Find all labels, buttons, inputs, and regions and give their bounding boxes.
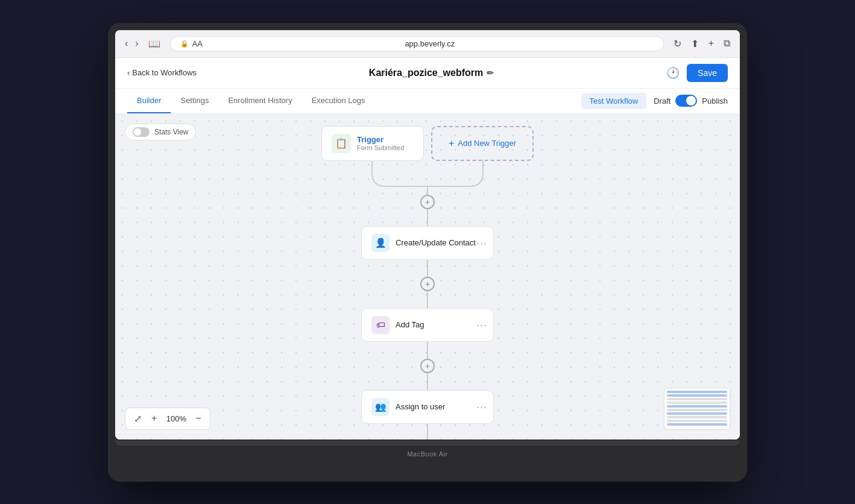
- app-header: ‹ Back to Workflows Kariéra_pozice_webfo…: [115, 58, 740, 89]
- mini-map-line-1: [667, 391, 727, 393]
- add-tag-title: Add Tag: [396, 320, 424, 329]
- browser-icons-right: ↻ ⬆ + ⧉: [674, 38, 730, 49]
- mini-map-line-7: [667, 412, 727, 415]
- browser-icons-left: 📖: [148, 38, 160, 49]
- create-contact-title: Create/Update Contact: [396, 238, 476, 247]
- add-tag-icon: 🏷: [371, 316, 390, 334]
- back-browser-icon[interactable]: ‹: [125, 38, 128, 49]
- create-contact-icon: 👤: [371, 234, 390, 252]
- mini-map: [664, 388, 730, 430]
- trigger-info: Trigger Form Submitted: [357, 135, 404, 151]
- mini-map-line-9: [667, 420, 727, 422]
- create-update-contact-node[interactable]: 👤 Create/Update Contact ···: [361, 226, 494, 260]
- trigger-row: 📋 Trigger Form Submitted + Add New Trigg…: [277, 126, 578, 161]
- draft-label: Draft: [654, 96, 670, 106]
- workflow-title: Kariéra_pozice_webform ✏: [197, 68, 666, 78]
- stats-view-toggle[interactable]: Stats View: [125, 124, 196, 140]
- tabs-icon[interactable]: ⧉: [724, 38, 730, 49]
- mini-map-line-4: [667, 402, 727, 404]
- connector-2: [427, 260, 428, 277]
- bookmarks-icon[interactable]: 📖: [148, 38, 160, 49]
- fullscreen-button[interactable]: ⤢: [131, 412, 144, 426]
- mini-map-line-2: [667, 394, 727, 397]
- trigger-icon: 📋: [332, 134, 351, 153]
- url-text: app.beverly.cz: [206, 39, 654, 48]
- aa-label: AA: [192, 39, 203, 48]
- zoom-out-button[interactable]: −: [193, 412, 203, 425]
- assign-user-menu-icon[interactable]: ···: [476, 400, 487, 413]
- tab-enrollment[interactable]: Enrollment History: [218, 89, 301, 113]
- canvas-controls: ⤢ + 100% −: [125, 408, 210, 430]
- add-step-3[interactable]: +: [420, 359, 435, 373]
- laptop-label: MacBook Air: [115, 450, 740, 458]
- tab-bar: Builder Settings Enrollment History Exec…: [115, 89, 740, 114]
- refresh-icon[interactable]: ↻: [674, 38, 681, 49]
- share-icon[interactable]: ⬆: [691, 38, 699, 49]
- connector-5: [427, 373, 428, 390]
- add-trigger-node[interactable]: + Add New Trigger: [431, 126, 534, 161]
- add-step-2[interactable]: +: [420, 277, 435, 291]
- save-button[interactable]: Save: [687, 64, 728, 82]
- mini-map-line-6: [667, 409, 727, 411]
- add-tag-menu-icon[interactable]: ···: [476, 318, 487, 331]
- edit-title-icon[interactable]: ✏: [487, 68, 494, 78]
- workflow-nodes: 📋 Trigger Form Submitted + Add New Trigg…: [277, 126, 578, 439]
- address-bar[interactable]: 🔒 AA app.beverly.cz: [170, 36, 664, 51]
- stats-view-label: Stats View: [154, 128, 188, 136]
- add-step-after-trigger[interactable]: +: [420, 195, 435, 209]
- back-link-label: Back to Workflows: [132, 68, 197, 77]
- tab-settings[interactable]: Settings: [171, 89, 218, 113]
- trigger-node[interactable]: 📋 Trigger Form Submitted: [321, 126, 424, 161]
- test-workflow-button[interactable]: Test Workflow: [581, 93, 647, 109]
- lock-icon: 🔒: [180, 40, 189, 48]
- connector-6: [427, 424, 428, 439]
- assign-user-node[interactable]: 👥 Assign to user ···: [361, 390, 494, 424]
- zoom-in-button[interactable]: +: [149, 412, 159, 425]
- stats-toggle-switch[interactable]: [133, 127, 150, 137]
- publish-label: Publish: [702, 96, 728, 106]
- assign-user-title: Assign to user: [396, 402, 445, 411]
- tab-execution[interactable]: Execution Logs: [302, 89, 375, 113]
- browser-nav: ‹ ›: [125, 38, 139, 49]
- tab-builder[interactable]: Builder: [127, 89, 171, 113]
- trigger-connector: [319, 161, 536, 195]
- create-contact-menu-icon[interactable]: ···: [476, 236, 487, 249]
- draft-toggle: Draft Publish: [654, 95, 728, 107]
- mini-map-line-5: [667, 405, 727, 408]
- zoom-level: 100%: [164, 414, 188, 423]
- header-actions: 🕐 Save: [666, 64, 728, 82]
- assign-user-icon: 👥: [371, 398, 390, 416]
- connector-4: [427, 342, 428, 359]
- mini-map-line-10: [667, 423, 727, 426]
- connector-3: [427, 291, 428, 308]
- add-tag-node[interactable]: 🏷 Add Tag ···: [361, 308, 494, 342]
- back-chevron-icon: ‹: [127, 68, 130, 77]
- history-icon[interactable]: 🕐: [666, 66, 680, 80]
- trigger-title: Trigger: [357, 135, 404, 144]
- back-to-workflows-link[interactable]: ‹ Back to Workflows: [127, 68, 197, 77]
- workflow-canvas[interactable]: Stats View 📋 Trigger Form Submitted +: [115, 114, 740, 439]
- trigger-subtitle: Form Submitted: [357, 144, 404, 151]
- new-tab-icon[interactable]: +: [708, 38, 714, 49]
- mini-map-line-8: [667, 416, 727, 418]
- add-trigger-label: Add New Trigger: [458, 139, 516, 148]
- draft-publish-toggle[interactable]: [675, 95, 697, 107]
- connector-1: [427, 209, 428, 226]
- forward-browser-icon[interactable]: ›: [135, 38, 138, 49]
- mini-map-line-3: [667, 398, 727, 400]
- add-trigger-plus-icon: +: [449, 138, 454, 149]
- browser-chrome: ‹ › 📖 🔒 AA app.beverly.cz ↻ ⬆ + ⧉: [115, 30, 740, 58]
